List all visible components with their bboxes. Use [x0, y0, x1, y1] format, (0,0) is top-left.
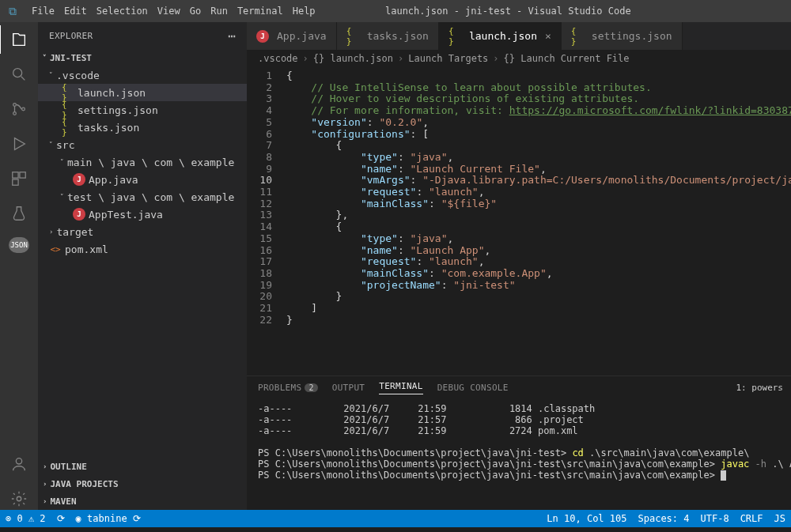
- menu-go[interactable]: Go: [185, 6, 206, 17]
- tree-label: target: [56, 226, 93, 238]
- panel-tab-terminal[interactable]: TERMINAL: [379, 381, 422, 394]
- editor-tab[interactable]: { }settings.json: [562, 22, 683, 50]
- editor-tab[interactable]: JApp.java: [247, 22, 337, 50]
- json-icon: { }: [62, 104, 74, 116]
- tree-item[interactable]: ˅src: [38, 136, 247, 153]
- tab-label: tasks.json: [367, 30, 429, 42]
- tree-item[interactable]: { }settings.json: [38, 101, 247, 119]
- svg-rect-6: [13, 179, 18, 185]
- terminal-line: -a---- 2021/6/7 21:59 1814 .classpath: [258, 403, 780, 414]
- sidebar-section[interactable]: › MAVEN: [38, 492, 247, 510]
- tree-label: launch.json: [78, 87, 146, 99]
- tree-label: .vscode: [56, 70, 100, 81]
- svg-point-8: [17, 496, 21, 501]
- json-icon: { }: [62, 121, 74, 134]
- terminal-line: -a---- 2021/6/7 21:57 866 .project: [258, 414, 780, 425]
- svg-rect-5: [20, 172, 25, 178]
- breadcrumbs[interactable]: .vscode›{} launch.json›Launch Targets›{}…: [247, 50, 791, 67]
- close-icon[interactable]: ×: [545, 30, 551, 42]
- activity-search[interactable]: [8, 63, 30, 85]
- status-item[interactable]: CRLF: [735, 513, 769, 524]
- panel-tab-debug-console[interactable]: DEBUG CONSOLE: [437, 383, 509, 393]
- activity-account[interactable]: [8, 453, 30, 475]
- menu-view[interactable]: View: [153, 6, 185, 17]
- tree-item[interactable]: <>pom.xml: [38, 240, 247, 258]
- status-item[interactable]: UTF-8: [695, 513, 735, 524]
- activity-test[interactable]: [8, 202, 30, 224]
- status-item[interactable]: ⊗ 0 ⚠ 2: [0, 513, 51, 524]
- code-editor[interactable]: 12345678910111213141516171819202122 { //…: [247, 67, 791, 375]
- tree-item[interactable]: { }tasks.json: [38, 119, 247, 136]
- activity-settings[interactable]: [8, 488, 30, 510]
- sidebar-section[interactable]: › JAVA PROJECTS: [38, 475, 247, 492]
- tree-item[interactable]: JApp.java: [38, 171, 247, 188]
- json-badge-icon: JSON: [9, 237, 29, 253]
- menu-run[interactable]: Run: [206, 6, 233, 17]
- editor-area: JApp.java{ }tasks.json{ }launch.json×{ }…: [247, 22, 791, 510]
- sidebar-more-icon[interactable]: ⋯: [228, 28, 236, 43]
- json-icon: { }: [62, 86, 74, 99]
- status-item[interactable]: Spaces: 4: [632, 513, 694, 524]
- terminal-line: PS C:\Users\monoliths\Documents\project\…: [258, 470, 780, 481]
- terminal-line: PS C:\Users\monoliths\Documents\project\…: [258, 458, 780, 470]
- tree-item[interactable]: ˅.vscode: [38, 66, 247, 84]
- tree-item[interactable]: { }launch.json: [38, 84, 247, 101]
- menu-terminal[interactable]: Terminal: [233, 6, 288, 17]
- activity-explorer[interactable]: [8, 28, 30, 51]
- tree-label: src: [56, 139, 74, 151]
- title-bar: ⧉ FileEditSelectionViewGoRunTerminalHelp…: [0, 0, 791, 22]
- tab-label: App.java: [277, 30, 327, 42]
- vscode-icon: ⧉: [0, 5, 25, 18]
- svg-rect-4: [13, 172, 18, 178]
- status-item[interactable]: ⟳: [51, 513, 70, 524]
- tree-label: settings.json: [78, 104, 158, 116]
- terminal-line: PS C:\Users\monoliths\Documents\project\…: [258, 447, 780, 458]
- activity-scm[interactable]: [8, 98, 30, 120]
- json-icon: { }: [448, 30, 461, 43]
- sidebar-title: EXPLORER: [49, 31, 93, 41]
- sidebar: EXPLORER ⋯ ˅JNI-TEST ˅.vscode{ }launch.j…: [38, 22, 247, 510]
- xml-icon: <>: [49, 243, 62, 255]
- editor-tab[interactable]: { }tasks.json: [337, 22, 439, 50]
- window-title: launch.json - jni-test - Visual Studio C…: [320, 6, 696, 17]
- project-root[interactable]: ˅JNI-TEST: [38, 49, 247, 66]
- svg-point-2: [13, 112, 17, 115]
- tree-item[interactable]: ›target: [38, 223, 247, 240]
- status-bar: ⊗ 0 ⚠ 2⟳◉ tabnine ⟳ Ln 10, Col 105Spaces…: [0, 510, 791, 527]
- terminal-line: -a---- 2021/6/7 21:59 2724 pom.xml: [258, 425, 780, 436]
- java-icon: J: [73, 173, 85, 186]
- tab-label: launch.json: [469, 30, 537, 42]
- svg-point-7: [16, 458, 21, 464]
- editor-tab[interactable]: { }launch.json×: [439, 22, 562, 50]
- panel-tab-output[interactable]: OUTPUT: [332, 383, 365, 393]
- activity-debug[interactable]: [8, 133, 30, 155]
- panel-tab-problems[interactable]: PROBLEMS2: [258, 383, 318, 393]
- breadcrumb-item[interactable]: {} Launch Current File: [504, 53, 630, 64]
- terminal-output[interactable]: -a---- 2021/6/7 21:59 1814 .classpath-a-…: [247, 398, 791, 510]
- project-name: JNI-TEST: [50, 53, 92, 63]
- sidebar-section[interactable]: › OUTLINE: [38, 458, 247, 475]
- svg-point-3: [22, 108, 25, 111]
- activity-extensions[interactable]: [8, 168, 30, 190]
- json-icon: { }: [346, 30, 359, 43]
- menu-selection[interactable]: Selection: [92, 6, 153, 17]
- java-icon: J: [73, 208, 85, 221]
- menu-file[interactable]: File: [27, 6, 59, 17]
- editor-tabs: JApp.java{ }tasks.json{ }launch.json×{ }…: [247, 22, 791, 50]
- menu-edit[interactable]: Edit: [59, 6, 92, 17]
- tree-item[interactable]: JAppTest.java: [38, 206, 247, 223]
- terminal-selector[interactable]: 1: powers: [736, 383, 783, 393]
- status-item[interactable]: JS: [769, 513, 791, 524]
- json-icon: { }: [571, 30, 584, 43]
- tree-item[interactable]: ˅main \ java \ com \ example: [38, 153, 247, 171]
- menu-help[interactable]: Help: [288, 6, 320, 17]
- status-item[interactable]: Ln 10, Col 105: [541, 513, 632, 524]
- status-item[interactable]: ◉ tabnine ⟳: [70, 513, 146, 524]
- tree-label: App.java: [89, 174, 138, 186]
- tree-item[interactable]: ˅test \ java \ com \ example: [38, 188, 247, 206]
- svg-point-1: [13, 104, 17, 107]
- breadcrumb-item[interactable]: .vscode: [258, 53, 298, 64]
- breadcrumb-item[interactable]: Launch Targets: [408, 53, 488, 64]
- tab-label: settings.json: [592, 30, 672, 42]
- breadcrumb-item[interactable]: {} launch.json: [313, 53, 393, 64]
